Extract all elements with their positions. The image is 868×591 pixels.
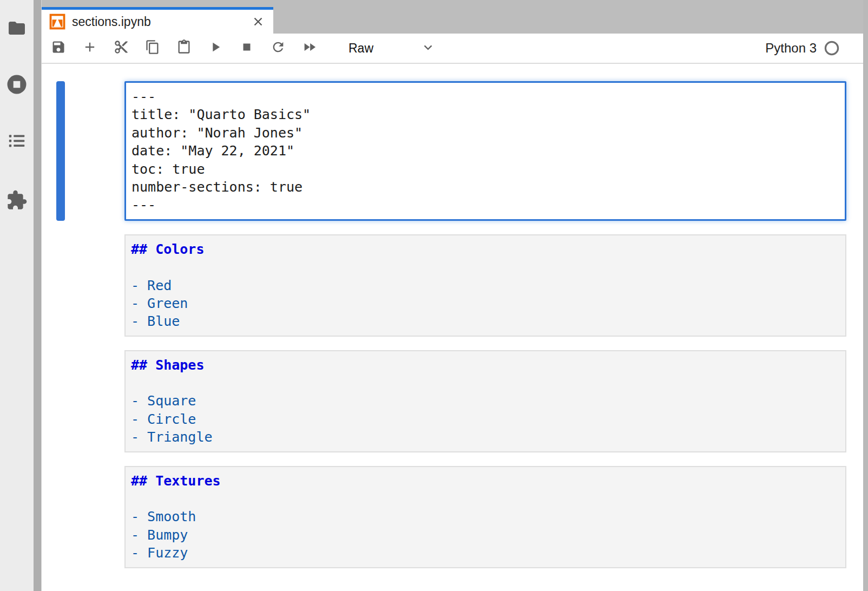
markdown-cell-editor[interactable]: ## Colors - Red - Green - Blue <box>124 234 846 337</box>
cell-type-select[interactable]: Raw <box>348 40 435 56</box>
puzzle-icon <box>6 189 28 211</box>
cell-prompt <box>65 466 124 568</box>
run-cell-button[interactable] <box>200 35 231 61</box>
sidebar-item-extension-manager[interactable] <box>0 185 34 215</box>
md-list-item: - Smooth <box>131 508 840 526</box>
notebook-toolbar: Raw Python 3 <box>42 34 868 64</box>
tab-title: sections.ipynb <box>72 15 151 29</box>
save-button[interactable] <box>43 35 74 61</box>
code-line: title: "Quarto Basics" <box>131 106 839 123</box>
cell-prompt <box>65 350 124 452</box>
run-all-icon <box>302 40 317 57</box>
code-line: author: "Norah Jones" <box>131 124 839 142</box>
stop-icon <box>240 40 254 56</box>
cut-cells-button[interactable] <box>106 35 137 61</box>
sidebar-item-table-of-contents[interactable] <box>0 126 34 156</box>
notebook-icon <box>49 14 65 30</box>
activity-bar <box>0 0 34 591</box>
markdown-cell: ## Colors - Red - Green - Blue <box>56 234 846 337</box>
sidebar-item-running-kernels[interactable] <box>0 69 34 100</box>
close-icon[interactable] <box>251 14 266 29</box>
blank-line <box>131 374 840 392</box>
md-list-item: - Blue <box>131 312 840 330</box>
list-icon <box>6 130 27 151</box>
main-panel: sections.ipynb <box>41 0 868 591</box>
run-icon <box>208 40 223 57</box>
notebook-area: --- title: "Quarto Basics" author: "Nora… <box>42 65 868 591</box>
md-list-item: - Circle <box>131 410 840 428</box>
code-line: --- <box>131 88 839 106</box>
markdown-cell: ## Shapes - Square - Circle - Triangle <box>56 350 846 452</box>
insert-cell-icon <box>82 40 97 57</box>
scrollbar-track <box>863 0 868 591</box>
copy-icon <box>145 40 160 57</box>
cell-collapser[interactable] <box>56 81 65 221</box>
md-list-item: - Triangle <box>131 428 840 446</box>
restart-icon <box>271 40 286 57</box>
insert-cell-button[interactable] <box>74 35 106 61</box>
cell-collapser[interactable] <box>56 234 65 337</box>
stop-circle-icon <box>5 73 28 96</box>
md-list-item: - Green <box>131 294 840 312</box>
md-heading: ## Colors <box>131 240 840 258</box>
sidebar-divider <box>34 0 41 591</box>
kernel-name[interactable]: Python 3 <box>765 41 817 56</box>
cell-prompt <box>65 234 124 337</box>
jupyterlab-window: sections.ipynb <box>0 0 868 591</box>
blank-line <box>131 258 840 276</box>
paste-icon <box>176 40 192 57</box>
cell-type-value: Raw <box>348 41 373 56</box>
cell-collapser[interactable] <box>56 466 65 568</box>
tab-sections-ipynb[interactable]: sections.ipynb <box>42 7 273 34</box>
cell-collapser[interactable] <box>56 350 65 452</box>
code-line: --- <box>131 196 839 214</box>
kernel-status-icon <box>824 40 840 56</box>
raw-cell: --- title: "Quarto Basics" author: "Nora… <box>56 81 846 221</box>
cell-prompt <box>65 81 124 221</box>
markdown-cell: ## Textures - Smooth - Bumpy - Fuzzy <box>56 466 846 568</box>
md-heading: ## Shapes <box>131 356 840 374</box>
interrupt-kernel-button[interactable] <box>231 35 262 61</box>
code-line: date: "May 22, 2021" <box>131 142 839 160</box>
md-list-item: - Bumpy <box>131 526 840 544</box>
markdown-cell-editor[interactable]: ## Textures - Smooth - Bumpy - Fuzzy <box>124 466 846 568</box>
raw-cell-editor[interactable]: --- title: "Quarto Basics" author: "Nora… <box>124 81 846 221</box>
paste-cells-button[interactable] <box>168 35 200 61</box>
sidebar-item-file-browser[interactable] <box>0 13 34 43</box>
markdown-cell-editor[interactable]: ## Shapes - Square - Circle - Triangle <box>124 350 846 452</box>
copy-cells-button[interactable] <box>137 35 168 61</box>
restart-kernel-button[interactable] <box>262 35 294 61</box>
md-list-item: - Square <box>131 392 840 410</box>
md-list-item: - Red <box>131 277 840 294</box>
save-icon <box>51 40 66 57</box>
folder-icon <box>7 18 27 38</box>
restart-run-all-button[interactable] <box>294 35 325 61</box>
code-line: toc: true <box>131 160 839 178</box>
md-heading: ## Textures <box>131 472 840 490</box>
code-line: number-sections: true <box>131 178 839 196</box>
chevron-down-icon <box>421 40 435 56</box>
blank-line <box>131 490 840 508</box>
md-list-item: - Fuzzy <box>131 544 840 562</box>
tab-bar: sections.ipynb <box>42 0 868 34</box>
cut-icon <box>114 40 129 57</box>
